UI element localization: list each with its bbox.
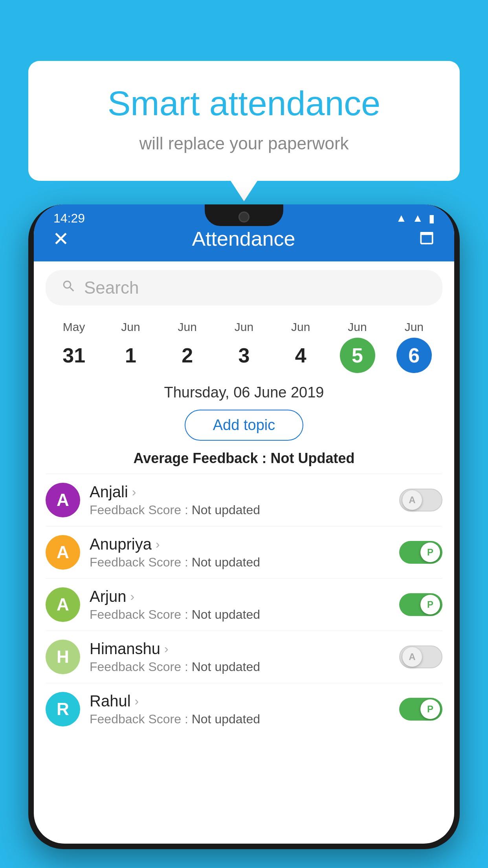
student-list: AAnjali ›Feedback Score : Not updatedAAA… <box>34 474 454 735</box>
attendance-toggle[interactable]: A <box>399 489 442 511</box>
cal-month-label: May <box>63 320 85 334</box>
attendance-toggle[interactable]: A <box>399 645 442 668</box>
wifi-icon: ▲ <box>396 212 407 224</box>
phone-frame: 14:29 ▲ ▲ ▮ ✕ Attendance <box>28 204 460 849</box>
calendar-icon[interactable] <box>418 229 435 250</box>
toggle-knob: P <box>420 595 440 614</box>
toggle-track[interactable]: P <box>399 593 442 616</box>
chevron-icon: › <box>132 485 136 499</box>
toggle-track[interactable]: P <box>399 698 442 721</box>
student-info: Rahul ›Feedback Score : Not updated <box>90 692 390 726</box>
attendance-toggle[interactable]: P <box>399 698 442 721</box>
cal-date-number[interactable]: 3 <box>226 338 262 373</box>
toggle-track[interactable]: A <box>399 489 442 511</box>
avg-feedback-value: Not Updated <box>270 450 354 466</box>
student-avatar: A <box>46 483 80 517</box>
student-avatar: R <box>46 692 80 726</box>
search-icon <box>61 278 76 298</box>
phone-notch <box>205 204 283 226</box>
status-icons: ▲ ▲ ▮ <box>396 212 435 225</box>
calendar-day[interactable]: Jun1 <box>111 320 150 373</box>
cal-date-number[interactable]: 4 <box>283 338 318 373</box>
avg-feedback: Average Feedback : Not Updated <box>34 447 454 474</box>
calendar-strip: May31Jun1Jun2Jun3Jun4Jun5Jun6 <box>34 313 454 377</box>
add-topic-button[interactable]: Add topic <box>185 410 303 441</box>
student-item: AArjun ›Feedback Score : Not updatedP <box>46 578 442 631</box>
chevron-icon: › <box>130 589 134 604</box>
search-placeholder: Search <box>84 278 139 298</box>
student-feedback: Feedback Score : Not updated <box>90 660 390 674</box>
chevron-icon: › <box>156 537 160 552</box>
calendar-day[interactable]: Jun6 <box>394 320 434 373</box>
chevron-icon: › <box>164 642 169 656</box>
speech-bubble-container: Smart attendance will replace your paper… <box>28 61 460 181</box>
cal-month-label: Jun <box>348 320 367 334</box>
add-topic-container: Add topic <box>34 406 454 447</box>
student-name[interactable]: Anupriya › <box>90 535 390 553</box>
signal-icon: ▲ <box>412 212 423 224</box>
student-info: Anjali ›Feedback Score : Not updated <box>90 483 390 517</box>
toggle-knob: P <box>420 699 440 719</box>
cal-month-label: Jun <box>235 320 253 334</box>
calendar-day[interactable]: May31 <box>54 320 94 373</box>
student-avatar: A <box>46 587 80 622</box>
cal-month-label: Jun <box>291 320 310 334</box>
student-item: HHimanshu ›Feedback Score : Not updatedA <box>46 631 442 683</box>
student-item: RRahul ›Feedback Score : Not updatedP <box>46 683 442 735</box>
student-name[interactable]: Himanshu › <box>90 640 390 658</box>
attendance-toggle[interactable]: P <box>399 541 442 564</box>
battery-icon: ▮ <box>429 212 435 225</box>
chevron-icon: › <box>135 694 139 708</box>
cal-date-number[interactable]: 2 <box>170 338 205 373</box>
date-header: Thursday, 06 June 2019 <box>34 377 454 406</box>
search-bar[interactable]: Search <box>46 270 442 305</box>
student-avatar: A <box>46 535 80 570</box>
student-feedback: Feedback Score : Not updated <box>90 607 390 622</box>
student-feedback: Feedback Score : Not updated <box>90 503 390 517</box>
student-name[interactable]: Arjun › <box>90 588 390 605</box>
student-name[interactable]: Anjali › <box>90 483 390 501</box>
calendar-day[interactable]: Jun3 <box>224 320 264 373</box>
phone-screen: 14:29 ▲ ▲ ▮ ✕ Attendance <box>34 204 454 844</box>
calendar-day[interactable]: Jun4 <box>281 320 320 373</box>
toggle-track[interactable]: A <box>399 645 442 668</box>
student-item: AAnjali ›Feedback Score : Not updatedA <box>46 474 442 526</box>
toggle-knob: A <box>402 647 422 667</box>
calendar-day[interactable]: Jun5 <box>338 320 377 373</box>
cal-month-label: Jun <box>405 320 424 334</box>
speech-bubble: Smart attendance will replace your paper… <box>28 61 460 181</box>
calendar-day[interactable]: Jun2 <box>168 320 207 373</box>
avg-feedback-label: Average Feedback : <box>134 450 271 466</box>
student-avatar: H <box>46 640 80 674</box>
toggle-track[interactable]: P <box>399 541 442 564</box>
cal-date-number[interactable]: 5 <box>340 338 375 373</box>
attendance-toggle[interactable]: P <box>399 593 442 616</box>
cal-date-number[interactable]: 1 <box>113 338 148 373</box>
speech-bubble-subtitle: will replace your paperwork <box>60 134 428 153</box>
student-info: Arjun ›Feedback Score : Not updated <box>90 588 390 622</box>
phone-camera <box>238 211 250 223</box>
toggle-knob: P <box>420 542 440 562</box>
phone-container: 14:29 ▲ ▲ ▮ ✕ Attendance <box>28 204 460 868</box>
toggle-knob: A <box>402 490 422 510</box>
student-feedback: Feedback Score : Not updated <box>90 555 390 570</box>
cal-date-number[interactable]: 31 <box>56 338 92 373</box>
student-feedback: Feedback Score : Not updated <box>90 712 390 726</box>
student-name[interactable]: Rahul › <box>90 692 390 710</box>
student-info: Himanshu ›Feedback Score : Not updated <box>90 640 390 674</box>
student-item: AAnupriya ›Feedback Score : Not updatedP <box>46 526 442 578</box>
cal-month-label: Jun <box>178 320 197 334</box>
student-info: Anupriya ›Feedback Score : Not updated <box>90 535 390 570</box>
cal-date-number[interactable]: 6 <box>396 338 432 373</box>
speech-bubble-title: Smart attendance <box>60 85 428 123</box>
cal-month-label: Jun <box>121 320 140 334</box>
status-time: 14:29 <box>53 211 85 226</box>
